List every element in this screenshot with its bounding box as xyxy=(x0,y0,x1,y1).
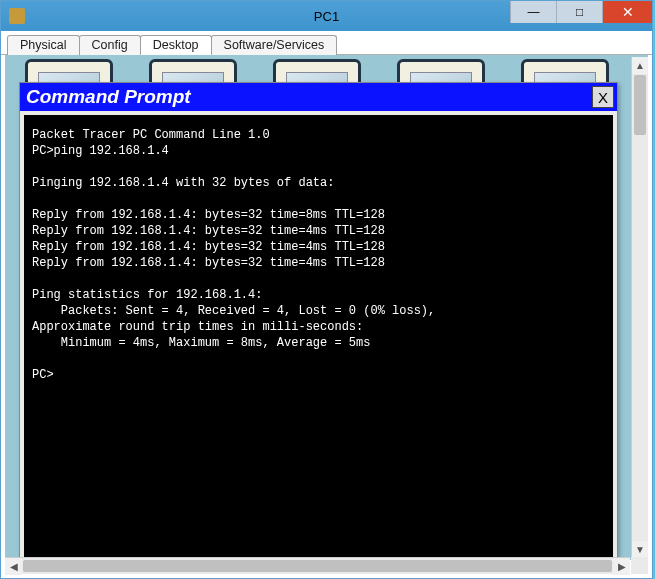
scroll-left-icon[interactable]: ◀ xyxy=(5,558,22,575)
app-icon xyxy=(9,8,25,24)
tab-physical[interactable]: Physical xyxy=(7,35,80,55)
tab-config[interactable]: Config xyxy=(79,35,141,55)
command-prompt-titlebar[interactable]: Command Prompt X xyxy=(20,83,617,111)
command-prompt-close-button[interactable]: X xyxy=(592,86,614,108)
scroll-down-icon[interactable]: ▼ xyxy=(632,541,648,558)
scroll-corner xyxy=(631,557,648,574)
tab-bar: Physical Config Desktop Software/Service… xyxy=(1,31,652,55)
horizontal-scroll-thumb[interactable] xyxy=(23,560,612,572)
horizontal-scrollbar[interactable]: ◀ ▶ xyxy=(5,557,630,574)
command-prompt-terminal[interactable]: Packet Tracer PC Command Line 1.0 PC>pin… xyxy=(24,115,613,560)
scroll-up-icon[interactable]: ▲ xyxy=(632,57,648,74)
minimize-button[interactable]: — xyxy=(510,1,556,23)
vertical-scrollbar[interactable]: ▲ ▼ xyxy=(631,57,648,558)
outer-titlebar[interactable]: PC1 — □ ✕ xyxy=(1,1,652,31)
command-prompt-title: Command Prompt xyxy=(26,86,191,108)
close-button[interactable]: ✕ xyxy=(602,1,652,23)
pc1-window: PC1 — □ ✕ Physical Config Desktop Softwa… xyxy=(0,0,653,579)
tab-desktop[interactable]: Desktop xyxy=(140,35,212,55)
tab-software-services[interactable]: Software/Services xyxy=(211,35,338,55)
scroll-right-icon[interactable]: ▶ xyxy=(613,558,630,575)
window-controls: — □ ✕ xyxy=(510,1,652,23)
command-prompt-window: Command Prompt X Packet Tracer PC Comman… xyxy=(19,82,618,560)
desktop-area: Command Prompt X Packet Tracer PC Comman… xyxy=(5,55,648,560)
maximize-button[interactable]: □ xyxy=(556,1,602,23)
vertical-scroll-thumb[interactable] xyxy=(634,75,646,135)
